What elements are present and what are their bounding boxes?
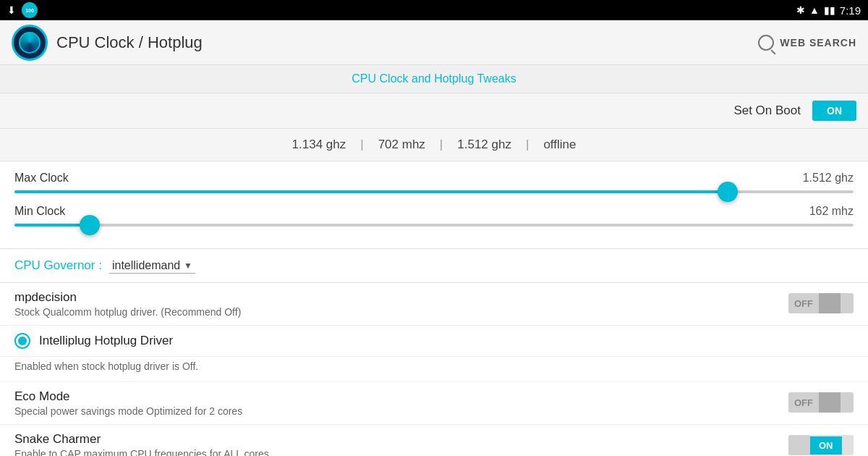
- max-clock-slider[interactable]: [14, 190, 854, 193]
- cpu-core3: 1.512 ghz: [457, 138, 511, 152]
- cpu-core4: offline: [543, 138, 576, 152]
- snake-charmer-toggle-container: ON: [788, 435, 854, 455]
- mpdecision-title: mpdecision: [14, 290, 777, 305]
- section-header: CPU Clock and Hotplug Tweaks: [0, 65, 868, 93]
- max-clock-label: Max Clock: [14, 172, 69, 185]
- intelliplug-desc: Enabled when stock hotplug driver is Off…: [14, 360, 198, 372]
- min-clock-value: 162 mhz: [809, 205, 854, 218]
- status-bar-left: ⬇ 100: [7, 2, 38, 18]
- section-header-text: CPU Clock and Hotplug Tweaks: [352, 72, 516, 85]
- web-search-label: WEB SEARCH: [780, 37, 856, 48]
- mpdecision-toggle-container: OFF: [788, 293, 854, 313]
- set-on-boot-label: Set On Boot: [733, 104, 801, 118]
- min-clock-slider[interactable]: [14, 224, 854, 227]
- cpu-core1: 1.134 ghz: [292, 138, 346, 152]
- status-bar: ⬇ 100 ✱ ▲ ▮▮ 7:19: [0, 0, 868, 20]
- bluetooth-icon: ✱: [796, 4, 805, 16]
- max-clock-section: Max Clock 1.512 ghz Min Clock 162 mhz: [0, 161, 868, 249]
- eco-mode-content: Eco Mode Special power savings mode Opti…: [14, 389, 777, 417]
- governor-dropdown-wrapper[interactable]: intellidemand ondemand performance power…: [109, 258, 195, 274]
- mpdecision-row: mpdecision Stock Qualcomm hotplug driver…: [0, 283, 868, 326]
- snake-charmer-content: Snake Charmer Enable to CAP maximum CPU …: [14, 432, 777, 456]
- time-display: 7:19: [840, 4, 861, 17]
- eco-mode-title: Eco Mode: [14, 389, 777, 404]
- eco-mode-row: Eco Mode Special power savings mode Opti…: [0, 382, 868, 425]
- eco-mode-toggle[interactable]: OFF: [788, 392, 854, 413]
- app-logo: [12, 25, 48, 61]
- intelliplug-title: Intelliplug Hotplug Driver: [39, 334, 173, 348]
- max-clock-fill: [14, 190, 728, 193]
- intelliplug-row[interactable]: Intelliplug Hotplug Driver: [0, 326, 868, 357]
- search-icon: [758, 35, 774, 51]
- wifi-icon: ▲: [809, 4, 820, 16]
- divider-3: |: [526, 138, 529, 152]
- min-clock-label: Min Clock: [14, 205, 65, 218]
- governor-section: CPU Governor : intellidemand ondemand pe…: [0, 249, 868, 283]
- eco-mode-toggle-container: OFF: [788, 392, 854, 413]
- mpdecision-toggle-label: OFF: [788, 295, 819, 313]
- radio-inner: [18, 337, 27, 345]
- battery-percent: 100: [22, 2, 38, 18]
- min-clock-fill: [14, 224, 90, 227]
- snake-charmer-toggle-label: ON: [810, 436, 842, 455]
- max-clock-value: 1.512 ghz: [803, 172, 854, 185]
- web-search-button[interactable]: WEB SEARCH: [758, 35, 856, 51]
- snake-charmer-desc: Enable to CAP maximum CPU frequencies fo…: [14, 448, 777, 456]
- mpdecision-toggle[interactable]: OFF: [788, 293, 854, 313]
- app-bar: CPU Clock / Hotplug WEB SEARCH: [0, 20, 868, 65]
- mpdecision-desc: Stock Qualcomm hotplug driver. (Recommen…: [14, 306, 777, 318]
- status-bar-right: ✱ ▲ ▮▮ 7:19: [796, 4, 861, 17]
- snake-charmer-row: Snake Charmer Enable to CAP maximum CPU …: [0, 425, 868, 456]
- eco-mode-desc: Special power savings mode Optimized for…: [14, 405, 777, 417]
- min-clock-thumb[interactable]: [80, 215, 100, 235]
- governor-select[interactable]: intellidemand ondemand performance power…: [109, 258, 195, 274]
- intelliplug-desc-row: Enabled when stock hotplug driver is Off…: [0, 357, 868, 382]
- divider-2: |: [440, 138, 443, 152]
- app-title: CPU Clock / Hotplug: [56, 33, 758, 52]
- set-on-boot-row: Set On Boot ON: [0, 93, 868, 129]
- governor-label: CPU Governor :: [14, 258, 102, 273]
- snake-charmer-title: Snake Charmer: [14, 432, 777, 447]
- battery-icon: ▮▮: [824, 4, 835, 16]
- app-logo-inner: [19, 32, 41, 54]
- set-on-boot-toggle[interactable]: ON: [812, 101, 856, 121]
- divider-1: |: [360, 138, 363, 152]
- cpu-info-row: 1.134 ghz | 702 mhz | 1.512 ghz | offlin…: [0, 129, 868, 161]
- snake-charmer-toggle[interactable]: ON: [788, 435, 854, 455]
- max-clock-thumb[interactable]: [718, 182, 738, 202]
- download-icon: ⬇: [7, 4, 16, 16]
- min-clock-row: Min Clock 162 mhz: [14, 205, 854, 218]
- mpdecision-content: mpdecision Stock Qualcomm hotplug driver…: [14, 290, 777, 318]
- cpu-core2: 702 mhz: [378, 138, 425, 152]
- intelliplug-radio[interactable]: [14, 333, 30, 349]
- eco-mode-toggle-label: OFF: [788, 394, 819, 412]
